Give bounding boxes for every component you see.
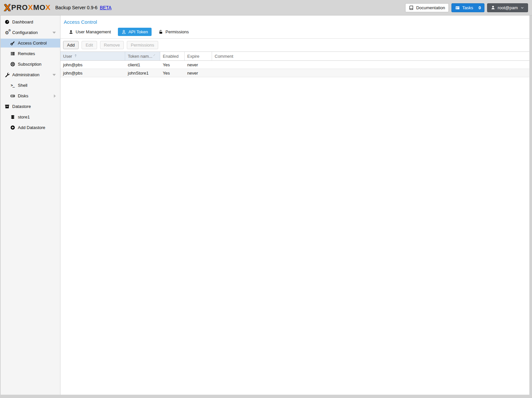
sidebar-item-remotes[interactable]: Remotes [1,49,60,58]
tab-label: User Management [76,29,111,34]
main-panel: Access Control User Management API Token [60,16,529,395]
expand-arrow-icon[interactable] [54,94,56,98]
cell-comment [212,69,529,77]
cell-expire: never [185,61,212,69]
tasks-button[interactable]: Tasks 0 [451,3,484,12]
sidebar-item-label: Datastore [12,104,31,109]
add-button[interactable]: Add [63,41,79,49]
product-subtitle: Backup Server 0.9-6 [55,5,98,10]
sidebar-item-label: Remotes [18,51,35,56]
tasks-count-badge: 0 [479,5,481,10]
cell-comment [212,61,529,69]
proxmox-backup-server-app: X PROXMOX Backup Server 0.9-6 BETA Docum… [0,0,532,398]
chevron-down-icon [520,6,524,10]
table-row[interactable]: john@pbs client1 Yes never [60,61,529,69]
sidebar-item-shell[interactable]: >_ Shell [1,81,60,90]
tab-api-token[interactable]: API Token [118,28,152,36]
column-header-expire[interactable]: Expire [185,52,212,60]
toolbar: Add Edit Remove Permissions [60,39,529,51]
app-header: X PROXMOX Backup Server 0.9-6 BETA Docum… [0,0,532,16]
sidebar: Dashboard ⚙⚙ Configuration Access Contro… [1,16,60,395]
gears-icon: ⚙⚙ [4,30,10,35]
sidebar-item-label: Dashboard [12,19,33,24]
cell-enabled: Yes [160,61,185,69]
beta-link[interactable]: BETA [100,5,112,10]
remove-button[interactable]: Remove [100,41,124,49]
user-icon [491,5,495,10]
table-row[interactable]: john@pbs johnStore1 Yes never [60,69,529,77]
proxmox-x-mark-icon: X [4,3,11,13]
tab-permissions[interactable]: Permissions [155,28,193,36]
sidebar-item-label: Administration [12,72,39,77]
tab-bar: User Management API Token Permissions [60,26,529,39]
sidebar-item-access-control[interactable]: Access Control [1,39,60,48]
cell-user: john@pbs [60,61,125,69]
support-icon [10,62,16,67]
task-list-icon [455,5,460,10]
cell-expire: never [185,69,212,77]
cell-token-name: johnStore1 [125,69,160,77]
wrench-icon [4,72,10,77]
cell-enabled: Yes [160,69,185,77]
user-menu-button[interactable]: root@pam [487,3,528,12]
proxmox-wordmark: PROXMOX [11,4,51,11]
user-outline-icon [122,30,126,34]
column-header-enabled[interactable]: Enabled [160,52,185,60]
sidebar-item-label: Access Control [18,41,47,46]
hdd-icon [10,93,16,98]
body-row: Dashboard ⚙⚙ Configuration Access Contro… [0,16,532,398]
secondary-sort-icon [153,52,156,57]
tachometer-icon [4,19,10,24]
column-header-comment[interactable]: Comment [212,52,529,60]
sidebar-item-add-datastore[interactable]: Add Datastore [1,123,60,132]
collapse-arrow-icon[interactable] [53,32,56,34]
table-header: User Token nam... Enabled [60,51,529,61]
sidebar-item-label: Shell [18,83,27,88]
column-header-token-name[interactable]: Token nam... [125,52,160,60]
page-title: Access Control [60,16,529,26]
sidebar-item-disks[interactable]: Disks [1,91,60,100]
sidebar-item-label: Configuration [12,30,38,35]
key-icon [10,41,16,46]
collapse-arrow-icon[interactable] [53,74,56,76]
user-icon [69,30,73,34]
unlock-icon [159,30,163,34]
sidebar-item-configuration[interactable]: ⚙⚙ Configuration [1,28,60,37]
sidebar-item-store1[interactable]: store1 [1,113,60,121]
sidebar-item-dashboard[interactable]: Dashboard [1,17,60,26]
sidebar-item-administration[interactable]: Administration [1,70,60,79]
sidebar-item-label: store1 [18,115,30,119]
table-empty-area [60,77,529,395]
tab-user-management[interactable]: User Management [65,28,115,36]
tab-label: Permissions [165,29,189,34]
sidebar-item-datastore[interactable]: Datastore [1,102,60,111]
sidebar-item-label: Subscription [18,62,42,67]
permissions-button[interactable]: Permissions [127,41,158,49]
documentation-button[interactable]: Documentation [405,3,448,12]
tab-label: API Token [128,29,148,34]
column-header-user[interactable]: User [60,52,125,60]
sidebar-item-label: Disks [18,93,28,98]
sidebar-item-label: Add Datastore [18,125,45,130]
cell-token-name: client1 [125,61,160,69]
book-icon [409,5,414,10]
cell-user: john@pbs [60,69,125,77]
archive-icon [4,104,10,109]
sidebar-item-subscription[interactable]: Subscription [1,60,60,69]
header-actions: Documentation Tasks 0 root@pam [405,3,528,12]
proxmox-logo: X PROXMOX [4,3,51,13]
list-icon [10,51,16,56]
sort-ascending-icon [74,53,78,59]
terminal-icon: >_ [10,83,16,87]
api-token-table: User Token nam... Enabled [60,51,529,395]
database-icon [10,115,16,119]
plus-circle-icon [10,125,16,130]
edit-button[interactable]: Edit [82,41,97,49]
